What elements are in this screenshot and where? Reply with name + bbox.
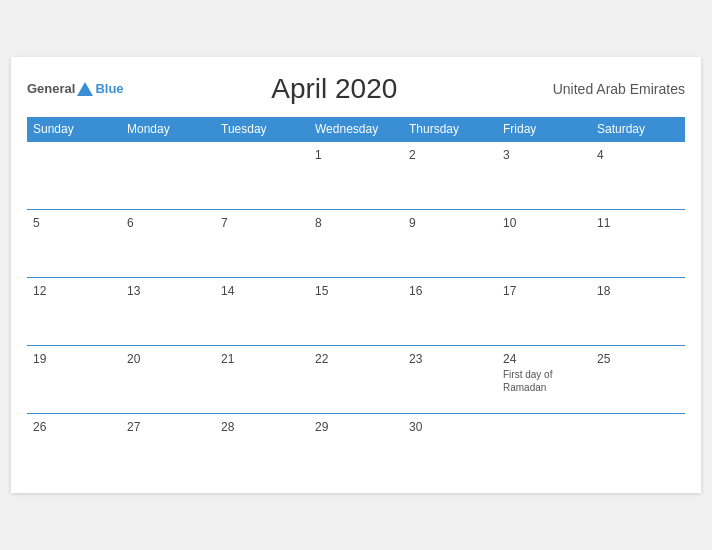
- calendar-cell: 18: [591, 277, 685, 345]
- calendar-cell: 29: [309, 413, 403, 481]
- logo-triangle-icon: [77, 82, 93, 96]
- weekday-header-sunday: Sunday: [27, 117, 121, 142]
- weekday-header-thursday: Thursday: [403, 117, 497, 142]
- calendar-cell: 7: [215, 209, 309, 277]
- calendar-cell: 19: [27, 345, 121, 413]
- week-row-2: 567891011: [27, 209, 685, 277]
- calendar-cell: [121, 141, 215, 209]
- day-number: 18: [597, 284, 679, 298]
- day-number: 14: [221, 284, 303, 298]
- calendar-cell: 22: [309, 345, 403, 413]
- day-number: 9: [409, 216, 491, 230]
- day-number: 15: [315, 284, 397, 298]
- week-row-1: 1234: [27, 141, 685, 209]
- calendar-cell: 27: [121, 413, 215, 481]
- day-number: 17: [503, 284, 585, 298]
- day-number: 10: [503, 216, 585, 230]
- day-number: 6: [127, 216, 209, 230]
- calendar-cell: 28: [215, 413, 309, 481]
- weekday-header-tuesday: Tuesday: [215, 117, 309, 142]
- calendar-table: SundayMondayTuesdayWednesdayThursdayFrid…: [27, 117, 685, 482]
- calendar-cell: 14: [215, 277, 309, 345]
- day-number: 13: [127, 284, 209, 298]
- day-number: 27: [127, 420, 209, 434]
- day-number: 19: [33, 352, 115, 366]
- calendar-title: April 2020: [124, 73, 545, 105]
- calendar-cell: 3: [497, 141, 591, 209]
- day-number: 26: [33, 420, 115, 434]
- calendar-cell: 15: [309, 277, 403, 345]
- calendar-cell: [215, 141, 309, 209]
- calendar-cell: [591, 413, 685, 481]
- calendar-cell: 4: [591, 141, 685, 209]
- logo-general-text: General: [27, 81, 75, 96]
- calendar-cell: 23: [403, 345, 497, 413]
- calendar-cell: [27, 141, 121, 209]
- day-event: First day of Ramadan: [503, 368, 585, 394]
- weekday-header-saturday: Saturday: [591, 117, 685, 142]
- day-number: 1: [315, 148, 397, 162]
- calendar-cell: 20: [121, 345, 215, 413]
- weekday-header-row: SundayMondayTuesdayWednesdayThursdayFrid…: [27, 117, 685, 142]
- calendar-cell: 21: [215, 345, 309, 413]
- day-number: 5: [33, 216, 115, 230]
- day-number: 29: [315, 420, 397, 434]
- week-row-5: 2627282930: [27, 413, 685, 481]
- calendar-cell: 12: [27, 277, 121, 345]
- day-number: 30: [409, 420, 491, 434]
- day-number: 12: [33, 284, 115, 298]
- calendar-cell: 25: [591, 345, 685, 413]
- day-number: 11: [597, 216, 679, 230]
- day-number: 25: [597, 352, 679, 366]
- day-number: 4: [597, 148, 679, 162]
- day-number: 3: [503, 148, 585, 162]
- calendar-cell: 2: [403, 141, 497, 209]
- day-number: 20: [127, 352, 209, 366]
- day-number: 21: [221, 352, 303, 366]
- calendar-container: General Blue April 2020 United Arab Emir…: [11, 57, 701, 494]
- calendar-cell: 11: [591, 209, 685, 277]
- week-row-3: 12131415161718: [27, 277, 685, 345]
- day-number: 24: [503, 352, 585, 366]
- calendar-cell: [497, 413, 591, 481]
- calendar-cell: 30: [403, 413, 497, 481]
- day-number: 23: [409, 352, 491, 366]
- calendar-cell: 10: [497, 209, 591, 277]
- calendar-cell: 17: [497, 277, 591, 345]
- calendar-cell: 13: [121, 277, 215, 345]
- calendar-cell: 8: [309, 209, 403, 277]
- calendar-cell: 1: [309, 141, 403, 209]
- country-label: United Arab Emirates: [545, 81, 685, 97]
- day-number: 28: [221, 420, 303, 434]
- weekday-header-wednesday: Wednesday: [309, 117, 403, 142]
- weekday-header-monday: Monday: [121, 117, 215, 142]
- week-row-4: 192021222324First day of Ramadan25: [27, 345, 685, 413]
- day-number: 2: [409, 148, 491, 162]
- calendar-cell: 16: [403, 277, 497, 345]
- calendar-cell: 24First day of Ramadan: [497, 345, 591, 413]
- day-number: 16: [409, 284, 491, 298]
- weekday-header-friday: Friday: [497, 117, 591, 142]
- calendar-cell: 26: [27, 413, 121, 481]
- calendar-cell: 9: [403, 209, 497, 277]
- calendar-cell: 5: [27, 209, 121, 277]
- calendar-header: General Blue April 2020 United Arab Emir…: [27, 73, 685, 105]
- day-number: 22: [315, 352, 397, 366]
- day-number: 8: [315, 216, 397, 230]
- day-number: 7: [221, 216, 303, 230]
- logo-blue-text: Blue: [95, 81, 123, 96]
- calendar-cell: 6: [121, 209, 215, 277]
- logo: General Blue: [27, 81, 124, 96]
